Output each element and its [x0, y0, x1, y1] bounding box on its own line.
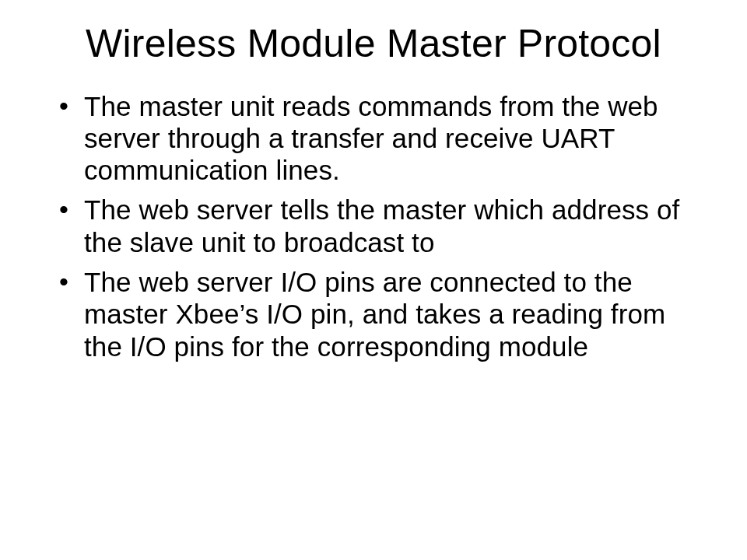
bullet-list: The master unit reads commands from the …: [47, 90, 700, 362]
list-item: The master unit reads commands from the …: [53, 90, 700, 187]
slide-title: Wireless Module Master Protocol: [47, 22, 700, 67]
list-item: The web server I/O pins are connected to…: [53, 266, 700, 362]
slide: Wireless Module Master Protocol The mast…: [0, 0, 747, 560]
list-item: The web server tells the master which ad…: [53, 194, 700, 258]
